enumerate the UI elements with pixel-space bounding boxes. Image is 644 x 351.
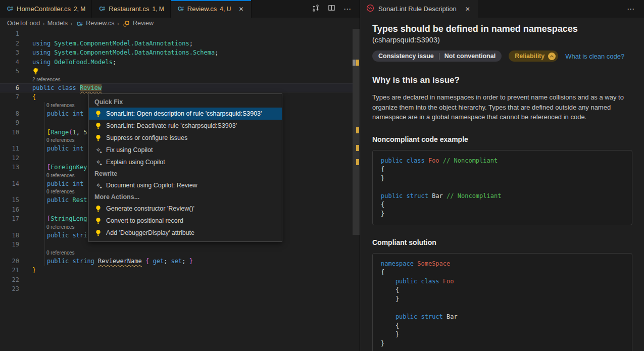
code-block-line: } xyxy=(381,330,624,339)
quickfix-item[interactable]: Fix using Copilot xyxy=(89,144,282,156)
pill-divider xyxy=(439,53,439,60)
code-block-line: public struct Bar xyxy=(381,313,624,322)
editor-group: HomeController.cs 2, M Restaurant.cs 1, … xyxy=(0,0,360,351)
code-block-line: public class Foo // Noncompliant xyxy=(381,157,624,166)
code-line[interactable]: 23 xyxy=(0,284,353,294)
code-line[interactable]: 3using System.ComponentModel.DataAnnotat… xyxy=(0,48,353,58)
code-block-line: { xyxy=(381,165,624,174)
code-block-line: } xyxy=(381,210,624,219)
code-block-line: { xyxy=(381,268,624,277)
quickfix-section-header: Rewrite xyxy=(89,168,282,179)
panel-tabbar: SonarLint Rule Description xyxy=(360,0,644,18)
close-tab-icon[interactable] xyxy=(464,5,472,13)
why-paragraph: Types are declared in namespaces in orde… xyxy=(372,92,632,122)
breadcrumb-symbol[interactable]: Review xyxy=(133,20,154,27)
code-line-current[interactable]: 6public class Review xyxy=(0,83,353,93)
rule-attribute-pill: Consistency issue Not conventional xyxy=(372,51,502,62)
tab-badge: 2, M xyxy=(74,6,85,13)
quickfix-item[interactable]: Convert to positional record xyxy=(89,215,282,227)
copilot-sparkle-icon xyxy=(94,146,102,154)
overview-cursor-marker xyxy=(353,60,356,66)
lightbulb-icon xyxy=(94,217,102,225)
code-block-line xyxy=(381,304,624,313)
codelens-references[interactable]: 2 references xyxy=(0,76,353,83)
code-block-line: } xyxy=(381,295,624,304)
csharp-file-icon xyxy=(98,5,106,13)
breadcrumb: OdeToFood Models Review.cs Review xyxy=(0,18,360,29)
rule-title: Types should be defined in named namespa… xyxy=(372,24,632,45)
code-block-line: { xyxy=(381,322,624,331)
code-block-line: public class Foo xyxy=(381,277,624,286)
copilot-sparkle-icon xyxy=(94,159,102,166)
panel-more-actions-icon[interactable] xyxy=(627,5,635,14)
rule-id: (csharpsquid:S3903) xyxy=(372,36,440,44)
code-line[interactable]: 1 xyxy=(0,29,353,39)
tab-label: HomeController.cs xyxy=(17,5,71,13)
compliant-heading: Compliant solution xyxy=(372,238,632,246)
editor-actions xyxy=(312,0,360,18)
code-line[interactable]: 21} xyxy=(0,266,353,275)
tab-badge: 4, U xyxy=(220,6,231,13)
why-heading: Why is this an issue? xyxy=(372,75,632,85)
breadcrumb-file[interactable]: Review.cs xyxy=(86,20,114,27)
noncompliant-code-block: public class Foo // Noncompliant{} publi… xyxy=(372,150,632,225)
lightbulb-icon xyxy=(94,122,102,130)
quickfix-item[interactable]: Explain using Copilot xyxy=(89,156,282,168)
tab-badge: 1, M xyxy=(152,6,164,13)
code-line[interactable]: 4using OdeToFood.Models; xyxy=(0,58,353,67)
overview-warning-marker xyxy=(356,145,359,151)
overview-warning-marker xyxy=(356,159,359,165)
quickfix-item[interactable]: Document using Copilot: Review xyxy=(89,179,282,191)
csharp-file-icon xyxy=(76,20,83,27)
severity-chevron-icon xyxy=(548,53,556,60)
tab-sonarlint-rule-description[interactable]: SonarLint Rule Description xyxy=(360,0,478,18)
code-editor[interactable]: 12using System.ComponentModel.DataAnnota… xyxy=(0,29,360,351)
lightbulb-icon xyxy=(94,229,102,237)
code-block-line: { xyxy=(381,200,624,210)
quickfix-item[interactable]: Suppress or configure issues xyxy=(89,132,282,144)
code-line[interactable]: 22 xyxy=(0,275,353,285)
compare-changes-icon[interactable] xyxy=(312,4,320,14)
copilot-sparkle-icon xyxy=(94,182,102,189)
tab-restaurant[interactable]: Restaurant.cs 1, M xyxy=(92,0,171,18)
rule-description-content: Types should be defined in named namespa… xyxy=(360,18,644,351)
codelens-references[interactable]: 0 references xyxy=(0,249,353,257)
code-line[interactable]: 2using System.ComponentModel.DataAnnotat… xyxy=(0,39,353,48)
code-block-line: } xyxy=(381,339,624,348)
quickfix-item[interactable]: SonarLint: Deactivate rule 'csharpsquid:… xyxy=(89,120,282,132)
code-block-line xyxy=(381,183,624,192)
code-block-line: public struct Bar // Noncompliant xyxy=(381,192,624,201)
clean-code-link[interactable]: What is clean code? xyxy=(565,53,624,60)
quickfix-item-selected[interactable]: SonarLint: Open description of rule 'csh… xyxy=(89,108,282,120)
compliant-code-block: namespace SomeSpace{ public class Foo { … xyxy=(372,253,632,351)
quickfix-section-header: More Actions... xyxy=(89,191,282,203)
overview-warning-marker xyxy=(356,127,359,133)
breadcrumb-project[interactable]: OdeToFood xyxy=(7,20,40,27)
lightbulb-icon xyxy=(94,110,102,118)
quickfix-item[interactable]: Add 'DebuggerDisplay' attribute xyxy=(89,227,282,239)
quickfix-section-header: Quick Fix xyxy=(89,96,282,108)
class-symbol-icon xyxy=(123,20,130,27)
tab-label: SonarLint Rule Description xyxy=(378,5,457,13)
tab-review[interactable]: Review.cs 4, U xyxy=(171,0,252,18)
lightbulb-icon xyxy=(94,134,102,142)
close-tab-icon[interactable] xyxy=(237,5,245,13)
quick-fix-menu: Quick FixSonarLint: Open description of … xyxy=(88,93,282,242)
code-block-line: namespace SomeSpace xyxy=(381,260,624,269)
quickfix-item[interactable]: Generate constructor 'Review()' xyxy=(89,203,282,215)
breadcrumb-folder[interactable]: Models xyxy=(47,20,68,27)
panel-actions xyxy=(627,0,644,18)
code-block-line: } xyxy=(381,174,624,183)
rule-badges: Consistency issue Not conventional Relia… xyxy=(372,51,632,62)
tab-homecontroller[interactable]: HomeController.cs 2, M xyxy=(0,0,92,18)
code-line[interactable]: 5 xyxy=(0,67,353,76)
editor-more-actions-icon[interactable] xyxy=(343,5,352,14)
breadcrumb-separator-icon xyxy=(42,20,44,27)
breadcrumb-separator-icon xyxy=(70,20,72,27)
code-line[interactable]: 20 public string ReviewerName { get; set… xyxy=(0,257,353,266)
reliability-badge[interactable]: Reliability xyxy=(509,51,558,62)
csharp-file-icon xyxy=(177,5,184,13)
tab-label: Review.cs xyxy=(187,5,217,13)
split-editor-icon[interactable] xyxy=(328,4,335,14)
lightbulb-action-icon[interactable] xyxy=(32,68,39,75)
